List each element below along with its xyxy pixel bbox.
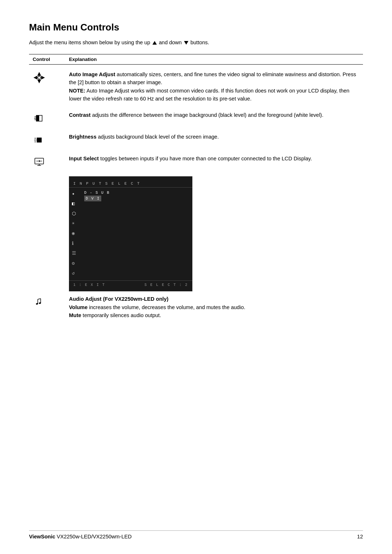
audio-mute-text: temporarily silences audio output.: [81, 312, 161, 318]
audio-text: Audio Adjust (For VX2250wm-LED only) Vol…: [69, 295, 363, 319]
osd-screenshot: I N P U T S E L E C T ✦ ◧ ⬡ ☀ ◉ ℹ ☰ ⚙ ↺ …: [29, 176, 363, 292]
brightness-bold: Brightness: [69, 134, 97, 140]
osd-icon-contrast: ◧: [72, 200, 83, 208]
footer-model: VX2250w-LED/VX2250wm-LED: [57, 534, 131, 539]
table-row: Brightness adjusts background black leve…: [29, 133, 363, 147]
svg-point-4: [38, 76, 41, 79]
col-explanation-header: Explanation: [69, 57, 97, 62]
contrast-icon: [29, 111, 69, 125]
brightness-desc: adjusts background black level of the sc…: [97, 134, 219, 140]
triangle-down-icon: [184, 41, 188, 45]
intro-suffix: buttons.: [191, 40, 209, 45]
input-desc: toggles between inputs if you have more …: [99, 156, 312, 161]
brightness-icon: [29, 133, 69, 147]
table-row: Auto Image Adjust automatically sizes, c…: [29, 70, 363, 103]
brand-name: ViewSonic: [29, 534, 55, 539]
auto-note-bold: NOTE:: [69, 88, 85, 94]
col-control-header: Control: [29, 57, 69, 62]
osd-icon-color: ◉: [72, 229, 83, 238]
svg-marker-3: [41, 76, 44, 79]
osd-icon-auto: ✦: [72, 190, 83, 198]
osd-title: I N P U T S E L E C T: [69, 180, 192, 188]
triangle-up-icon: [152, 41, 157, 45]
footer-brand: ViewSonic VX2250w-LED/VX2250wm-LED: [29, 534, 132, 539]
intro-text: Adjust the menu items shown below by usi…: [29, 40, 363, 45]
osd-icon-col: [29, 176, 69, 292]
auto-image-adjust-text: Auto Image Adjust automatically sizes, c…: [69, 70, 363, 103]
table-header: Control Explanation: [29, 54, 363, 65]
input-select-icon: [29, 155, 69, 168]
footer-page-number: 12: [357, 534, 363, 539]
osd-icon-info: ℹ: [72, 239, 83, 248]
auto-note: Auto Image Adjust works with most common…: [69, 88, 350, 102]
page-footer: ViewSonic VX2250w-LED/VX2250wm-LED 12: [29, 530, 363, 539]
osd-option-dsub: D - S U B: [84, 190, 192, 196]
intro-prefix: Adjust the menu items shown below by usi…: [29, 40, 150, 45]
svg-marker-0: [38, 73, 41, 75]
osd-menu: ✦ ◧ ⬡ ☀ ◉ ℹ ☰ ⚙ ↺ D - S U B D V I: [69, 190, 192, 278]
audio-adjust-icon: [29, 295, 69, 309]
osd-screen: I N P U T S E L E C T ✦ ◧ ⬡ ☀ ◉ ℹ ☰ ⚙ ↺ …: [69, 176, 192, 292]
osd-footer-exit: 1 : E X I T: [73, 283, 105, 287]
osd-footer: 1 : E X I T S E L E C T : 2: [69, 280, 192, 288]
audio-volume-bold: Volume: [69, 304, 87, 310]
audio-mute-bold: Mute: [69, 312, 81, 318]
osd-footer-select: S E L E C T : 2: [144, 283, 188, 287]
input-select-text: Input Select toggles between inputs if y…: [69, 155, 363, 163]
contrast-bold: Contrast: [69, 112, 91, 118]
audio-title: Audio Adjust (For VX2250wm-LED only): [69, 296, 168, 302]
svg-line-23: [38, 299, 41, 299]
auto-image-adjust-icon: [29, 70, 69, 84]
osd-icon-setup: ⚙: [72, 259, 83, 268]
input-bold: Input Select: [69, 156, 99, 161]
contrast-text: Contrast adjusts the difference between …: [69, 111, 363, 119]
audio-volume-text: increases the volume, decreases the volu…: [87, 304, 245, 310]
osd-icon-memory: ↺: [72, 269, 83, 278]
auto-bold: Auto Image Adjust: [69, 71, 115, 77]
osd-icon-input: ⬡: [72, 210, 83, 218]
osd-icons-col: ✦ ◧ ⬡ ☀ ◉ ℹ ☰ ⚙ ↺: [69, 190, 83, 278]
osd-option-dvi: D V I: [84, 196, 101, 201]
osd-icon-manual: ☰: [72, 249, 83, 258]
page-title: Main Menu Controls: [29, 22, 363, 33]
svg-rect-10: [37, 138, 41, 142]
table-row: Audio Adjust (For VX2250wm-LED only) Vol…: [29, 295, 363, 319]
table-row: Input Select toggles between inputs if y…: [29, 155, 363, 168]
svg-marker-20: [39, 160, 40, 162]
osd-icon-brightness: ☀: [72, 219, 83, 228]
svg-rect-6: [36, 115, 39, 121]
brightness-text: Brightness adjusts background black leve…: [69, 133, 363, 141]
osd-option-dvi-wrapper: D V I: [84, 196, 192, 201]
svg-marker-2: [34, 76, 37, 79]
svg-marker-1: [38, 80, 41, 83]
table-row: Contrast adjusts the difference between …: [29, 111, 363, 125]
osd-options: D - S U B D V I: [83, 190, 192, 278]
contrast-desc: adjusts the difference between the image…: [91, 112, 323, 118]
